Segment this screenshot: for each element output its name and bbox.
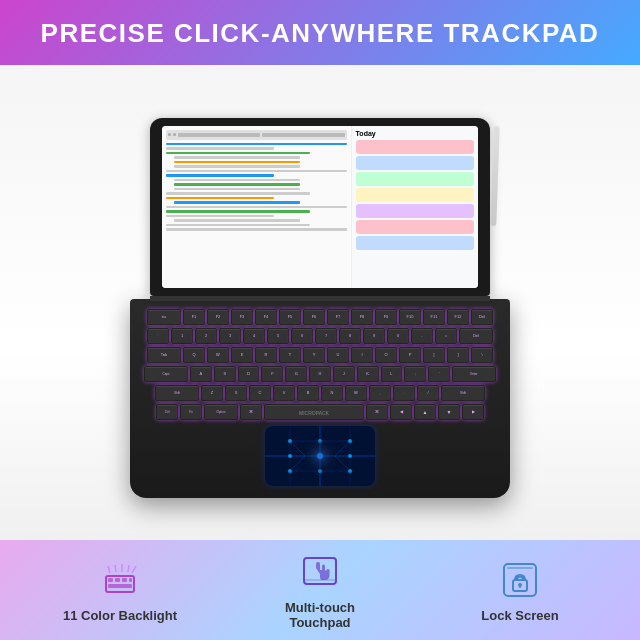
- key-c: C: [249, 385, 271, 401]
- key-equal: =: [435, 328, 457, 344]
- key-backslash: \: [471, 347, 493, 363]
- card-1: [356, 140, 474, 154]
- key-arrow-left: ◀: [390, 404, 412, 420]
- key-f3: F3: [231, 309, 253, 325]
- key-2: 2: [195, 328, 217, 344]
- footer: 11 Color Backlight Multi-touch Touchpad: [0, 540, 640, 640]
- trackpad: [265, 426, 375, 486]
- key-a: A: [190, 366, 212, 382]
- svg-text:MICROPACK: MICROPACK: [299, 410, 330, 416]
- card-3: [356, 172, 474, 186]
- svg-point-13: [348, 454, 352, 458]
- key-n: N: [321, 385, 343, 401]
- ipad-screen: Today: [162, 126, 478, 288]
- key-1: 1: [171, 328, 193, 344]
- key-9: 9: [363, 328, 385, 344]
- key-4: 4: [243, 328, 265, 344]
- key-r: R: [255, 347, 277, 363]
- key-6: 6: [291, 328, 313, 344]
- key-s: S: [214, 366, 236, 382]
- key-f11: F11: [423, 309, 445, 325]
- header-title: PRECISE CLICK-ANYWHERE TRACKPAD: [20, 18, 620, 49]
- key-cmd-r: ⌘: [366, 404, 388, 420]
- card-7: [356, 236, 474, 250]
- screen-code-area: [162, 126, 352, 288]
- key-8: 8: [339, 328, 361, 344]
- key-minus: -: [411, 328, 433, 344]
- key-arrow-right: ▶: [462, 404, 484, 420]
- key-f4: F4: [255, 309, 277, 325]
- key-period: .: [393, 385, 415, 401]
- key-p: P: [399, 347, 421, 363]
- key-lbracket: [: [423, 347, 445, 363]
- svg-point-22: [300, 436, 340, 476]
- svg-rect-37: [507, 567, 533, 569]
- key-fn: Fn: [180, 404, 202, 420]
- key-del-top: Del: [471, 309, 493, 325]
- key-enter: Enter: [452, 366, 496, 382]
- key-o: O: [375, 347, 397, 363]
- key-rshift: Shift: [441, 385, 485, 401]
- svg-rect-24: [108, 578, 113, 582]
- card-5: [356, 204, 474, 218]
- key-3: 3: [219, 328, 241, 344]
- key-option: Option: [204, 404, 238, 420]
- key-h: H: [309, 366, 331, 382]
- kbd-row-2: ` 1 2 3 4 5 6 7 8 9 0 - = Del: [144, 328, 496, 344]
- key-f5: F5: [279, 309, 301, 325]
- svg-line-29: [108, 566, 110, 573]
- key-t: T: [279, 347, 301, 363]
- key-7: 7: [315, 328, 337, 344]
- svg-point-11: [288, 454, 292, 458]
- hinge: [150, 296, 490, 301]
- today-label: Today: [356, 130, 474, 137]
- key-lshift: Shift: [155, 385, 199, 401]
- screen-today-area: Today: [352, 126, 478, 288]
- key-tab: Tab: [147, 347, 181, 363]
- key-quote: ': [428, 366, 450, 382]
- svg-rect-28: [108, 584, 132, 588]
- key-w: W: [207, 347, 229, 363]
- key-i: I: [351, 347, 373, 363]
- key-f6: F6: [303, 309, 325, 325]
- key-f7: F7: [327, 309, 349, 325]
- product-wrapper: Today: [80, 118, 560, 498]
- key-rbracket: ]: [447, 347, 469, 363]
- footer-item-touchpad: Multi-touch Touchpad: [260, 550, 380, 630]
- circuit-pattern: [265, 426, 375, 486]
- key-j: J: [333, 366, 355, 382]
- key-q: Q: [183, 347, 205, 363]
- key-f9: F9: [375, 309, 397, 325]
- key-arrow-down: ▼: [438, 404, 460, 420]
- card-6: [356, 220, 474, 234]
- key-g: G: [285, 366, 307, 382]
- keyboard-case: esc F1 F2 F3 F4 F5 F6 F7 F8 F9 F10 F11 F…: [130, 299, 510, 498]
- key-f: F: [261, 366, 283, 382]
- lock-label: Lock Screen: [481, 608, 558, 623]
- key-x: X: [225, 385, 247, 401]
- key-m: M: [345, 385, 367, 401]
- footer-item-backlight: 11 Color Backlight: [60, 558, 180, 623]
- backlight-label: 11 Color Backlight: [63, 608, 177, 623]
- key-semicolon: ;: [404, 366, 426, 382]
- touchpad-label: Multi-touch Touchpad: [260, 600, 380, 630]
- svg-rect-27: [129, 578, 132, 582]
- svg-line-32: [128, 565, 129, 572]
- kbd-row-3: Tab Q W E R T Y U I O P [ ] \: [144, 347, 496, 363]
- backlight-icon: [98, 558, 142, 602]
- card-2: [356, 156, 474, 170]
- ipad-display: Today: [150, 118, 490, 297]
- keyboard-rows: esc F1 F2 F3 F4 F5 F6 F7 F8 F9 F10 F11 F…: [144, 309, 496, 422]
- kbd-row-4: Caps A S D F G H J K L ; ' Enter: [144, 366, 496, 382]
- key-space: MICROPACK: [264, 404, 364, 420]
- key-z: Z: [201, 385, 223, 401]
- key-l: L: [381, 366, 403, 382]
- card-4: [356, 188, 474, 202]
- footer-item-lock: Lock Screen: [460, 558, 580, 623]
- key-f1: F1: [183, 309, 205, 325]
- key-f2: F2: [207, 309, 229, 325]
- kbd-row-1: esc F1 F2 F3 F4 F5 F6 F7 F8 F9 F10 F11 F…: [144, 309, 496, 325]
- key-esc: esc: [147, 309, 181, 325]
- svg-rect-26: [122, 578, 127, 582]
- key-f12: F12: [447, 309, 469, 325]
